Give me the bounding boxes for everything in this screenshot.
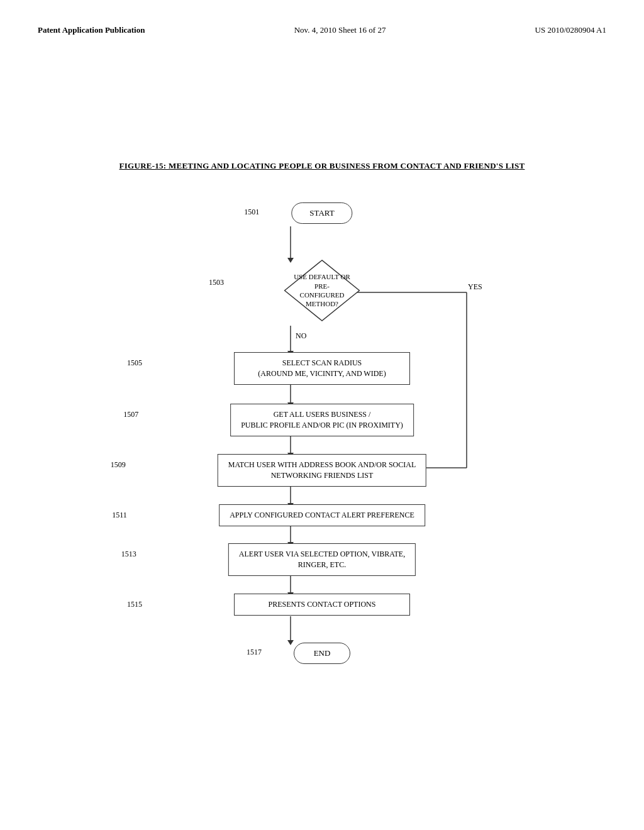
node-1515: 1515 PRESENTS CONTACT OPTIONS xyxy=(234,594,410,616)
end-node: END xyxy=(294,643,350,664)
label-1501: 1501 xyxy=(244,208,259,217)
label-1505: 1505 xyxy=(127,358,142,368)
figure-title: FIGURE-15: MEETING AND LOCATING PEOPLE O… xyxy=(38,161,606,171)
header-date-sheet: Nov. 4, 2010 Sheet 16 of 27 xyxy=(294,25,386,35)
node-1513: 1513 ALERT USER VIA SELECTED OPTION, VIB… xyxy=(228,543,416,576)
rect-1505: SELECT SCAN RADIUS(AROUND ME, VICINITY, … xyxy=(234,352,410,385)
rect-1507: GET ALL USERS BUSINESS /PUBLIC PROFILE A… xyxy=(230,404,414,436)
start-node: START xyxy=(291,202,352,224)
page: Patent Application Publication Nov. 4, 2… xyxy=(0,0,644,830)
page-header: Patent Application Publication Nov. 4, 2… xyxy=(38,25,606,35)
label-1515: 1515 xyxy=(127,600,142,609)
svg-text:YES: YES xyxy=(468,282,482,291)
node-1505: 1505 SELECT SCAN RADIUS(AROUND ME, VICIN… xyxy=(234,352,410,385)
label-1517: 1517 xyxy=(247,648,262,657)
label-1507: 1507 xyxy=(123,410,138,419)
node-1503: 1503 USE DEFAULT ORPRE-CONFIGUREDMETHOD? xyxy=(281,259,363,322)
label-1509: 1509 xyxy=(111,460,126,470)
diamond-text-1503: USE DEFAULT ORPRE-CONFIGUREDMETHOD? xyxy=(294,272,350,308)
node-1511: 1511 APPLY CONFIGURED CONTACT ALERT PREF… xyxy=(219,504,425,526)
label-1511: 1511 xyxy=(112,511,127,520)
label-1513: 1513 xyxy=(121,550,136,559)
node-1507: 1507 GET ALL USERS BUSINESS /PUBLIC PROF… xyxy=(230,404,414,436)
rect-1515: PRESENTS CONTACT OPTIONS xyxy=(234,594,410,616)
svg-text:NO: NO xyxy=(296,331,307,340)
node-1501: 1501 START xyxy=(291,202,352,224)
diamond-1503: USE DEFAULT ORPRE-CONFIGUREDMETHOD? xyxy=(281,259,363,322)
rect-1511: APPLY CONFIGURED CONTACT ALERT PREFERENC… xyxy=(219,504,425,526)
svg-marker-15 xyxy=(287,640,294,645)
header-patent-number: US 2010/0280904 A1 xyxy=(535,25,606,35)
rect-1509: MATCH USER WITH ADDRESS BOOK AND/OR SOCI… xyxy=(218,454,426,487)
node-1517: 1517 END xyxy=(294,643,350,664)
node-1509: 1509 MATCH USER WITH ADDRESS BOOK AND/OR… xyxy=(218,454,426,487)
label-1503: 1503 xyxy=(209,278,224,287)
header-publisher: Patent Application Publication xyxy=(38,25,145,35)
rect-1513: ALERT USER VIA SELECTED OPTION, VIBRATE,… xyxy=(228,543,416,576)
flowchart: NO YES 1501 START 1503 USE DEFAULT ORPRE… xyxy=(102,190,542,706)
